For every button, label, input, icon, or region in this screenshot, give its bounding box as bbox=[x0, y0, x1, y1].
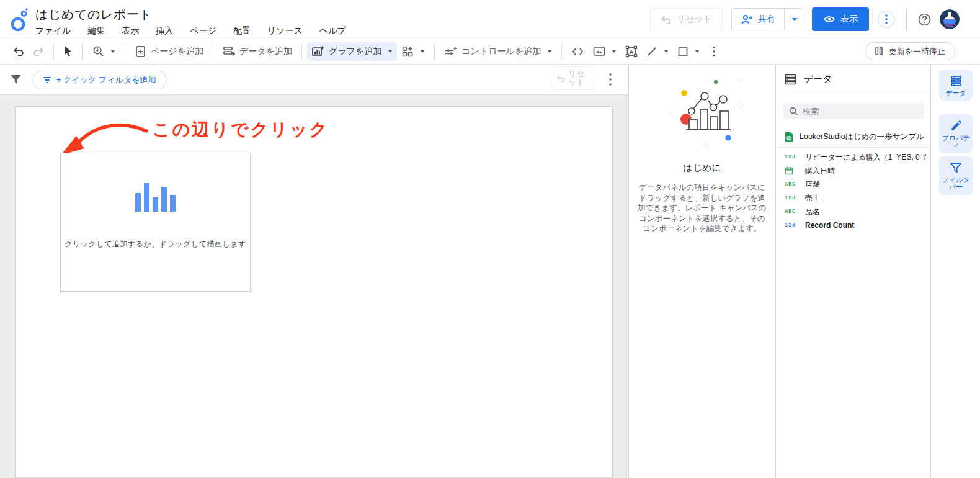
search-icon bbox=[789, 107, 798, 115]
filter-more-button[interactable] bbox=[609, 70, 612, 89]
metric-type-icon: 123 bbox=[785, 222, 800, 228]
tab-data[interactable]: データ bbox=[939, 70, 973, 101]
add-chart-button[interactable]: グラフを追加 bbox=[307, 42, 397, 61]
insert-shape-button[interactable] bbox=[673, 43, 704, 60]
chevron-down-icon bbox=[792, 18, 797, 21]
data-list-icon bbox=[950, 75, 962, 87]
zoom-button[interactable] bbox=[88, 42, 120, 60]
filter-reset-button[interactable]: リセット bbox=[551, 66, 595, 90]
undo-button[interactable] bbox=[9, 43, 29, 60]
view-button[interactable]: 表示 bbox=[812, 7, 869, 31]
chevron-down-icon bbox=[547, 50, 552, 53]
field-row[interactable]: 123 リピーターによる購入（1=YES, 0=NO… bbox=[776, 150, 930, 164]
menu-item-edit[interactable]: 編集 bbox=[87, 25, 105, 37]
data-panel-title: データ bbox=[804, 73, 832, 85]
field-list: 123 リピーターによる購入（1=YES, 0=NO… 購入日時 ABC 店舗 … bbox=[776, 150, 930, 232]
field-row[interactable]: ABC 店舗 bbox=[776, 178, 930, 191]
insert-text-button[interactable]: A bbox=[621, 42, 642, 61]
getting-started-title: はじめに bbox=[629, 162, 775, 174]
canvas-region[interactable]: + クイック フィルタを追加 リセット この辺りでクリック bbox=[0, 65, 628, 478]
redo-button[interactable] bbox=[29, 43, 48, 60]
chart-placeholder[interactable]: クリックして追加するか、ドラッグして描画します bbox=[60, 153, 251, 292]
chevron-down-icon bbox=[110, 50, 115, 53]
embed-url-button[interactable] bbox=[567, 43, 589, 60]
pause-updates-button[interactable]: 更新を一時停止 bbox=[865, 42, 955, 60]
add-data-button[interactable]: データを追加 bbox=[218, 42, 296, 61]
toolbar-more-button[interactable] bbox=[704, 43, 719, 60]
data-source-row[interactable]: LookerStudioはじめの一歩サンプルデ… bbox=[776, 127, 930, 148]
toolbar: ページを追加 データを追加 グラフを追加 bbox=[0, 38, 980, 65]
menu-item-resource[interactable]: リソース bbox=[267, 25, 303, 37]
menu-item-view[interactable]: 表示 bbox=[122, 25, 139, 37]
filter-lines-icon bbox=[43, 76, 51, 84]
vertical-dots-icon bbox=[885, 14, 888, 24]
header-divider bbox=[906, 7, 907, 31]
person-add-icon bbox=[741, 14, 753, 25]
text-type-icon: ABC bbox=[785, 181, 800, 187]
placeholder-label: クリックして追加するか、ドラッグして描画します bbox=[61, 239, 250, 250]
header-more-button[interactable] bbox=[878, 11, 895, 28]
eye-icon bbox=[823, 14, 835, 24]
select-cursor-button[interactable] bbox=[59, 42, 78, 60]
tab-properties[interactable]: プロパティ bbox=[939, 114, 973, 153]
add-page-button[interactable]: ページを追加 bbox=[130, 42, 208, 61]
undo-icon bbox=[556, 74, 565, 82]
chevron-down-icon bbox=[695, 50, 700, 53]
chevron-down-icon bbox=[420, 50, 425, 53]
data-list-icon bbox=[785, 74, 796, 85]
undo-icon bbox=[661, 14, 672, 24]
insert-line-button[interactable] bbox=[642, 43, 673, 60]
insert-image-button[interactable] bbox=[589, 43, 621, 60]
funnel-icon bbox=[950, 162, 962, 173]
tab-filter-bar[interactable]: フィルタバー bbox=[939, 156, 973, 195]
getting-started-panel: はじめに データパネルの項目をキャンバスにドラッグすると、新しいグラフを追加でき… bbox=[628, 65, 775, 478]
avatar[interactable] bbox=[940, 9, 960, 29]
field-search[interactable] bbox=[783, 103, 924, 119]
data-source-name: LookerStudioはじめの一歩サンプルデ… bbox=[800, 132, 924, 142]
right-rail: データ プロパティ フィルタバー bbox=[930, 65, 980, 478]
filter-funnel-icon[interactable] bbox=[10, 74, 22, 85]
field-row[interactable]: 123 売上 bbox=[776, 191, 930, 205]
looker-studio-logo-icon[interactable] bbox=[9, 7, 30, 32]
chevron-down-icon bbox=[664, 50, 669, 53]
add-quick-filter-button[interactable]: + クイック フィルタを追加 bbox=[32, 71, 167, 89]
help-icon[interactable] bbox=[918, 13, 931, 26]
add-control-button[interactable]: コントロールを追加 bbox=[440, 43, 556, 60]
chevron-down-icon bbox=[612, 50, 617, 53]
number-type-icon: 123 bbox=[785, 195, 800, 201]
report-title[interactable]: はじめてのレポート bbox=[35, 7, 346, 22]
reset-button[interactable]: リセット bbox=[650, 8, 723, 30]
menubar: ファイル 編集 表示 挿入 ページ 配置 リソース ヘルプ bbox=[35, 25, 346, 37]
data-panel: データ LookerStudioはじめの一歩サンプルデ… 123 bbox=[775, 65, 930, 478]
filter-bar: + クイック フィルタを追加 リセット bbox=[0, 65, 628, 95]
field-row[interactable]: 123 Record Count bbox=[776, 219, 930, 232]
community-visualizations-button[interactable] bbox=[397, 42, 429, 61]
text-type-icon: ABC bbox=[785, 209, 800, 215]
share-button[interactable]: 共有 bbox=[731, 8, 803, 30]
menu-item-insert[interactable]: 挿入 bbox=[156, 25, 173, 37]
chart-illustration bbox=[646, 70, 758, 150]
annotation-text: この辺りでクリック bbox=[153, 118, 329, 142]
svg-text:A: A bbox=[630, 48, 634, 55]
menu-item-page[interactable]: ページ bbox=[190, 25, 216, 37]
date-type-icon bbox=[785, 166, 800, 175]
report-page[interactable]: この辺りでクリック クリックして追加するか、ドラッグして描画します bbox=[15, 106, 613, 478]
chevron-down-icon bbox=[388, 50, 393, 53]
field-row[interactable]: 購入日時 bbox=[776, 164, 930, 178]
pencil-icon bbox=[950, 120, 962, 132]
workspace: + クイック フィルタを追加 リセット この辺りでクリック bbox=[0, 65, 980, 478]
field-row[interactable]: ABC 品名 bbox=[776, 205, 930, 219]
getting-started-body: データパネルの項目をキャンバスにドラッグすると、新しいグラフを追加できます。レポ… bbox=[636, 183, 768, 234]
search-input[interactable] bbox=[803, 107, 914, 116]
bar-chart-icon bbox=[135, 183, 176, 212]
number-type-icon: 123 bbox=[785, 154, 800, 160]
app-header: はじめてのレポート ファイル 編集 表示 挿入 ページ 配置 リソース ヘルプ … bbox=[0, 0, 980, 38]
menu-item-file[interactable]: ファイル bbox=[35, 25, 71, 37]
share-dropdown-button[interactable] bbox=[784, 9, 803, 30]
pause-icon bbox=[875, 47, 883, 56]
menu-item-arrange[interactable]: 配置 bbox=[233, 25, 251, 37]
sheets-icon bbox=[785, 132, 793, 142]
menu-item-help[interactable]: ヘルプ bbox=[319, 25, 346, 37]
